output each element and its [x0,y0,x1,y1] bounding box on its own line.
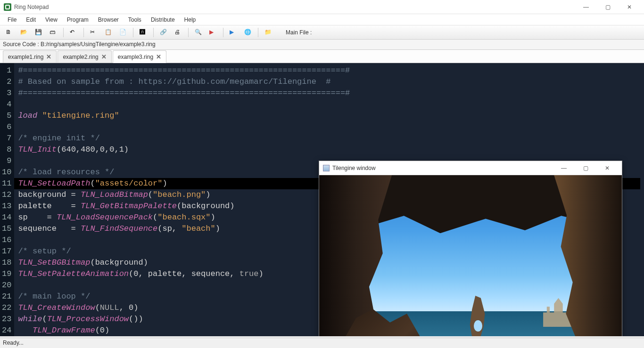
copy-button[interactable]: 📋 [102,27,115,38]
tilengine-app-icon [323,165,330,171]
titlebar: Ring Notepad — ▢ ✕ [0,0,644,14]
line-number: 15 [2,223,11,235]
tilengine-close-button[interactable]: ✕ [596,161,618,175]
tab-label: example2.ring [63,54,98,60]
browse-button[interactable]: 📁 [262,27,275,38]
tab-example3-ring[interactable]: example3.ring✕ [113,50,166,63]
line-number-gutter: 123456789101112131415161718192021222324 [0,63,14,336]
menu-distribute[interactable]: Distribute [146,15,180,24]
menu-program[interactable]: Program [62,15,93,24]
tilengine-titlebar[interactable]: Tilengine window — ▢ ✕ [319,161,622,175]
line-number: 3 [2,88,11,99]
close-button[interactable]: ✕ [619,0,640,14]
code-line[interactable]: #=======================================… [18,88,640,99]
main-file-label: Main File : [286,29,312,36]
cut-icon: ✂ [90,29,98,36]
print-button[interactable]: 🖨 [172,27,185,38]
code-line[interactable]: TLN_Init(640,480,0,0,1) [18,144,640,155]
tilengine-minimize-button[interactable]: — [553,161,575,175]
window-controls: — ▢ ✕ [575,0,640,14]
line-number: 23 [2,314,11,325]
tab-example2-ring[interactable]: example2.ring✕ [58,50,111,63]
code-line[interactable]: load "tilengine.ring" [18,110,640,121]
tab-close-icon[interactable]: ✕ [101,53,107,60]
minimize-button[interactable]: — [575,0,597,14]
line-number: 11 [2,178,11,189]
code-line[interactable]: /* engine init */ [18,133,640,144]
tab-example1-ring[interactable]: example1.ring✕ [3,50,57,63]
print-icon: 🖨 [174,29,182,36]
line-number: 7 [2,133,11,144]
line-number: 16 [2,235,11,246]
font-icon: 🅰 [140,29,147,36]
save-button[interactable]: 💾 [32,27,45,38]
menu-view[interactable]: View [41,15,62,24]
tab-close-icon[interactable]: ✕ [156,53,161,60]
copy-icon: 📋 [105,29,112,36]
menu-help[interactable]: Help [180,15,201,24]
window-title: Ring Notepad [14,4,575,10]
tab-close-icon[interactable]: ✕ [46,53,51,60]
toolbar: 🗎📂💾🗃↶✂📋📄🅰🔗🖨🔍▶▶🌐📁Main File : [0,25,644,40]
search-button[interactable]: 🔍 [192,27,205,38]
menu-browser[interactable]: Browser [93,15,124,24]
maximize-button[interactable]: ▢ [597,0,619,14]
line-number: 1 [2,65,11,76]
line-number: 20 [2,280,11,291]
save-icon: 💾 [35,29,42,36]
line-number: 19 [2,268,11,280]
line-number: 24 [2,325,11,336]
font-button[interactable]: 🅰 [137,27,150,38]
line-number: 8 [2,144,11,155]
open-button[interactable]: 📂 [17,27,31,38]
source-path-bar: Source Code : B:/ring/samples/UsingTilen… [0,40,644,50]
save-all-button[interactable]: 🗃 [47,27,60,38]
line-number: 4 [2,99,11,110]
tilengine-window[interactable]: Tilengine window — ▢ ✕ [319,161,622,336]
line-number: 17 [2,246,11,257]
status-bar: Ready... [0,338,644,348]
tilengine-maximize-button[interactable]: ▢ [575,161,596,175]
tab-bar: example1.ring✕example2.ring✕example3.rin… [0,50,644,63]
line-number: 22 [2,302,11,314]
link-icon: 🔗 [160,29,167,36]
menubar: FileEditViewProgramBrowserToolsDistribut… [0,14,644,25]
paste-button[interactable]: 📄 [116,27,130,38]
open-icon: 📂 [20,29,28,36]
line-number: 2 [2,76,11,88]
tilengine-title: Tilengine window [332,165,553,171]
tab-label: example1.ring [8,54,43,60]
cut-button[interactable]: ✂ [87,27,100,38]
code-line[interactable] [18,121,640,133]
browse-icon: 📁 [264,29,272,36]
undo-button[interactable]: ↶ [67,27,80,38]
run-button[interactable]: ▶ [227,27,240,38]
code-line[interactable]: # Based on sample from : https://github.… [18,76,640,88]
menu-tools[interactable]: Tools [124,15,146,24]
line-number: 18 [2,257,11,268]
web-button[interactable]: 🌐 [241,27,255,38]
line-number: 12 [2,189,11,201]
undo-icon: ↶ [70,29,77,36]
tilengine-canvas [319,175,622,336]
search-icon: 🔍 [195,29,202,36]
beach-scene [319,175,622,336]
line-number: 14 [2,212,11,223]
save-all-icon: 🗃 [50,29,57,36]
link-button[interactable]: 🔗 [157,27,170,38]
new-button[interactable]: 🗎 [3,27,16,38]
line-number: 6 [2,121,11,133]
web-icon: 🌐 [244,29,252,36]
tab-label: example3.ring [118,54,153,60]
line-number: 9 [2,155,11,167]
line-number: 21 [2,291,11,302]
line-number: 10 [2,167,11,178]
menu-file[interactable]: File [3,15,21,24]
code-line[interactable] [18,99,640,110]
menu-edit[interactable]: Edit [21,15,41,24]
line-number: 5 [2,110,11,121]
code-line[interactable]: #=======================================… [18,65,640,76]
run-debug-button[interactable]: ▶ [206,27,220,38]
run-icon: ▶ [230,29,237,36]
run-debug-icon: ▶ [209,29,217,36]
